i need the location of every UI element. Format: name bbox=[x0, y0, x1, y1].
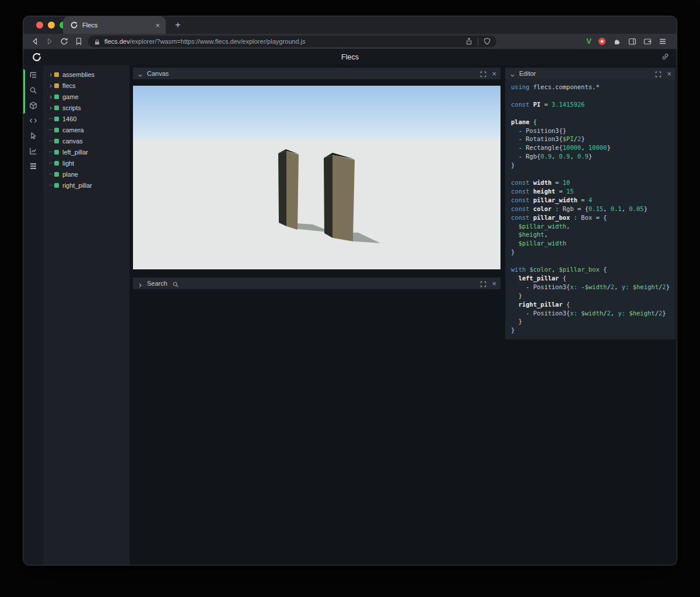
active-panel-indicator bbox=[23, 69, 25, 114]
expand-chevron-icon[interactable]: › bbox=[47, 71, 54, 79]
entity-label: scripts bbox=[62, 104, 81, 111]
entity-label: left_pillar bbox=[62, 149, 88, 156]
tree-item-camera[interactable]: camera bbox=[43, 124, 130, 135]
code-line: - Position3{} bbox=[511, 127, 670, 135]
tree-item-right_pillar[interactable]: right_pillar bbox=[43, 180, 130, 191]
code-icon[interactable] bbox=[29, 116, 38, 125]
code-line: } bbox=[511, 248, 670, 257]
magnifier-icon bbox=[172, 280, 179, 287]
tab-close-icon[interactable]: × bbox=[154, 21, 161, 30]
back-button[interactable] bbox=[30, 37, 40, 46]
tree-connector bbox=[47, 118, 54, 119]
entity-color-swatch bbox=[54, 172, 59, 177]
entity-color-swatch bbox=[54, 94, 59, 99]
sky bbox=[133, 86, 501, 140]
expand-panel-icon[interactable] bbox=[480, 70, 487, 78]
entity-label: light bbox=[62, 160, 74, 167]
entities-cube-icon[interactable] bbox=[29, 101, 38, 110]
tree-item-left_pillar[interactable]: left_pillar bbox=[43, 146, 130, 157]
tree-connector bbox=[47, 174, 54, 174]
extension-red-icon[interactable] bbox=[597, 37, 607, 46]
code-line: $height, bbox=[511, 230, 670, 239]
editor-panel-header[interactable]: Editor × bbox=[505, 68, 676, 79]
code-line: - Rotation3{$PI/2} bbox=[511, 135, 670, 143]
chevron-down-icon[interactable] bbox=[509, 71, 516, 77]
tree-icon[interactable] bbox=[29, 71, 38, 80]
share-link-icon[interactable] bbox=[661, 52, 670, 61]
code-line bbox=[511, 92, 670, 100]
address-bar[interactable]: flecs.dev/explorer/?wasm=https://www.fle… bbox=[88, 36, 496, 47]
expand-panel-icon[interactable] bbox=[654, 70, 662, 78]
code-line: const pillar_box : Box = { bbox=[511, 213, 670, 222]
extension-area: V bbox=[586, 37, 670, 46]
menu-hamburger-icon[interactable] bbox=[658, 37, 667, 46]
code-line: - Position3{x: $width/2, y: $height/2} bbox=[511, 309, 670, 318]
code-editor[interactable]: using flecs.components.* const PI = 3.14… bbox=[505, 79, 676, 339]
entity-label: right_pillar bbox=[62, 182, 92, 189]
entity-color-swatch bbox=[54, 183, 59, 188]
tree-item-1460[interactable]: 1460 bbox=[43, 113, 130, 124]
code-line: } bbox=[511, 326, 670, 335]
close-window-button[interactable] bbox=[36, 22, 43, 29]
code-line: const width = 10 bbox=[511, 178, 670, 187]
search-panel: Search × bbox=[133, 278, 501, 289]
code-line: $pillar_width, bbox=[511, 222, 670, 231]
3d-viewport[interactable] bbox=[133, 86, 501, 269]
url-path: /explorer/?wasm=https://www.flecs.dev/ex… bbox=[130, 38, 305, 45]
expand-chevron-icon[interactable]: › bbox=[47, 82, 54, 90]
brave-shield-icon[interactable] bbox=[483, 37, 491, 45]
queries-rows-icon[interactable] bbox=[29, 161, 38, 171]
close-panel-icon[interactable]: × bbox=[491, 280, 496, 287]
tree-item-scripts[interactable]: ›scripts bbox=[43, 102, 130, 113]
3d-scene[interactable] bbox=[133, 86, 501, 269]
entity-label: 1460 bbox=[62, 115, 76, 122]
share-icon[interactable] bbox=[465, 37, 473, 45]
entity-color-swatch bbox=[54, 72, 59, 77]
chevron-down-icon[interactable] bbox=[137, 71, 144, 77]
tree-item-game[interactable]: ›game bbox=[43, 91, 130, 102]
tab-strip: Flecs × + bbox=[23, 16, 677, 34]
entity-color-swatch bbox=[54, 117, 59, 121]
right-pillar bbox=[324, 153, 355, 241]
extension-v-icon[interactable]: V bbox=[586, 37, 592, 46]
code-line bbox=[511, 257, 670, 265]
close-panel-icon[interactable]: × bbox=[666, 70, 671, 78]
sidebar-panel-icon[interactable] bbox=[628, 37, 637, 46]
search-icon[interactable] bbox=[29, 86, 38, 95]
chevron-right-icon[interactable] bbox=[137, 280, 144, 287]
code-line: } bbox=[511, 292, 670, 300]
code-line: - Rectangle{10000, 10000} bbox=[511, 143, 670, 152]
editor-panel-title: Editor bbox=[519, 70, 536, 77]
stats-chart-icon[interactable] bbox=[29, 146, 38, 156]
left-icon-sidebar bbox=[23, 65, 43, 565]
entity-color-swatch bbox=[54, 128, 59, 132]
minimize-window-button[interactable] bbox=[48, 22, 55, 29]
new-tab-button[interactable]: + bbox=[172, 19, 184, 31]
forward-button[interactable] bbox=[45, 37, 54, 46]
app-main: ›assemblies›flecs›game›scripts1460camera… bbox=[23, 65, 677, 565]
tree-item-plane[interactable]: plane bbox=[43, 168, 130, 180]
tree-item-light[interactable]: light bbox=[43, 157, 130, 168]
expand-chevron-icon[interactable]: › bbox=[47, 104, 54, 112]
url-host: flecs.dev bbox=[104, 38, 130, 45]
extensions-puzzle-icon[interactable] bbox=[612, 37, 622, 46]
desktop: Flecs × + flecs.dev/explor bbox=[0, 0, 700, 597]
tree-item-flecs[interactable]: ›flecs bbox=[43, 80, 130, 91]
code-line: const PI = 3.1415926 bbox=[511, 100, 670, 109]
search-panel-header[interactable]: Search × bbox=[133, 278, 501, 289]
reload-button[interactable] bbox=[60, 37, 69, 46]
entity-label: assemblies bbox=[62, 71, 94, 78]
code-line: $pillar_width bbox=[511, 239, 670, 248]
expand-panel-icon[interactable] bbox=[480, 280, 487, 287]
browser-tab-flecs[interactable]: Flecs × bbox=[63, 16, 166, 34]
wallet-icon[interactable] bbox=[643, 37, 652, 46]
inspector-pointer-icon[interactable] bbox=[29, 131, 38, 141]
bookmark-icon[interactable] bbox=[74, 37, 83, 46]
tree-item-assemblies[interactable]: ›assemblies bbox=[43, 69, 130, 80]
expand-chevron-icon[interactable]: › bbox=[47, 93, 54, 101]
code-line: } bbox=[511, 161, 670, 170]
tree-item-canvas[interactable]: canvas bbox=[43, 135, 130, 146]
close-panel-icon[interactable]: × bbox=[491, 70, 496, 78]
canvas-panel-header[interactable]: Canvas × bbox=[133, 68, 501, 79]
tree-connector bbox=[47, 129, 54, 130]
